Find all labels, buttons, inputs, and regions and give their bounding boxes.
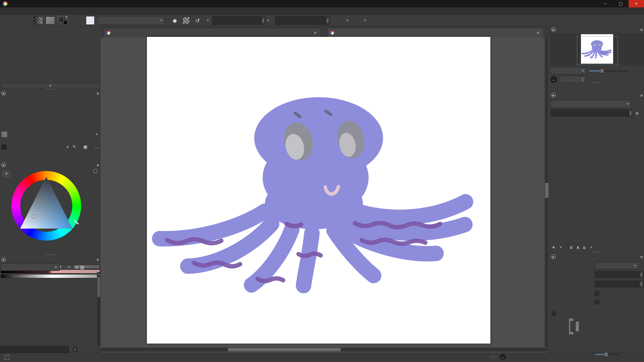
opacity-slider[interactable] [212, 16, 261, 25]
rotation-status-icon[interactable]: ↔ [500, 354, 506, 360]
overview-zoom-slider[interactable] [589, 70, 629, 71]
palette-grid-icon[interactable] [1, 144, 6, 149]
chevron-down-icon[interactable]: ▼ [95, 133, 98, 136]
close-docker-icon[interactable]: × [640, 27, 643, 32]
workspace-chooser-button[interactable] [633, 16, 641, 25]
minimize-button[interactable]: ─ [598, 0, 613, 7]
document-tab-1[interactable]: × [103, 28, 321, 38]
snap-to-assistants-checkbox[interactable] [552, 311, 556, 316]
brush-editor-button[interactable] [86, 16, 95, 25]
scalable-distance-checkbox[interactable] [595, 300, 599, 304]
gradient-chooser[interactable] [34, 16, 43, 24]
filter-in-tag-checkbox[interactable]: ✓ [73, 347, 77, 352]
layer-options-menu-icon[interactable]: ≡ [636, 110, 639, 116]
stroke-ending-spinner[interactable]: ▲▼ [639, 281, 644, 287]
layer-opacity-spinner[interactable]: ▲▼ [628, 109, 633, 117]
selection-indicator-icon[interactable] [5, 355, 9, 360]
status-zoom-slider[interactable] [595, 354, 620, 355]
add-color-button[interactable]: + [66, 144, 69, 149]
octopus-drawing [147, 37, 490, 344]
blending-mode-combo[interactable]: ▼ [98, 16, 165, 25]
lock-docker-icon[interactable] [551, 93, 556, 98]
chevron-down-icon[interactable]: ▼ [346, 19, 349, 22]
trim-canvas-button[interactable] [370, 16, 378, 25]
tag-button[interactable]: ▼ [61, 264, 74, 270]
chevron-down-icon[interactable]: ▼ [559, 246, 562, 249]
lock-docker-icon[interactable] [551, 27, 556, 32]
vertical-scrollbar[interactable] [545, 37, 549, 347]
move-layer-down-button[interactable]: ∨ [569, 244, 573, 250]
close-docker-icon[interactable]: × [96, 163, 99, 167]
close-docker-icon[interactable]: × [96, 257, 99, 262]
distance-spinner[interactable]: ▲▼ [639, 271, 644, 278]
open-document-button[interactable] [12, 16, 21, 25]
canvas[interactable] [147, 37, 490, 344]
mirror-horizontal-button[interactable] [352, 16, 361, 25]
layer-blend-mode-combo[interactable]: ▼ [550, 100, 632, 108]
chevron-down-icon[interactable]: ▼ [267, 19, 270, 22]
left-dock: ▼ •••••• × ▼ + ✎ ▦ … [0, 26, 101, 353]
smooth-pressure-checkbox[interactable] [595, 291, 599, 296]
chevron-down-icon[interactable]: ▼ [364, 19, 367, 22]
status-dimensions[interactable] [490, 356, 496, 358]
tab-close-icon[interactable]: × [535, 30, 541, 36]
brush-settings-button[interactable] [74, 16, 83, 25]
chevron-down-icon: ▼ [634, 264, 637, 267]
brush-smoothing-combo[interactable]: ▼ [595, 262, 639, 269]
color-history-icon[interactable] [93, 169, 98, 173]
lock-docker-icon[interactable] [1, 257, 6, 262]
preserve-alpha-button[interactable] [182, 17, 190, 24]
brush-filter-combo[interactable]: ▼ [1, 263, 60, 271]
splitter-handle[interactable]: •••••• [550, 82, 644, 84]
layer-properties-button[interactable]: ≡ [583, 245, 586, 250]
edit-palette-button[interactable]: ✎ [73, 144, 76, 149]
right-dock: × ▼ ↔ ▲▼ ••• [549, 26, 644, 353]
mirror-vertical-button[interactable] [334, 16, 343, 25]
overview-zoom-combo[interactable]: ▼ [550, 67, 587, 74]
current-color-swatch[interactable] [1, 131, 7, 137]
overview-thumbnail-area[interactable] [550, 34, 644, 66]
palette-view-button[interactable]: ▦ [84, 144, 87, 149]
overview-view-rect[interactable] [577, 36, 618, 65]
pattern-chooser[interactable] [46, 16, 55, 24]
status-bar: ↔ [0, 353, 644, 362]
document-tab-2[interactable]: × [327, 28, 544, 38]
sv-triangle[interactable] [15, 175, 77, 237]
brush-size-slider[interactable] [275, 16, 325, 25]
close-docker-icon[interactable]: × [640, 93, 643, 98]
brush-grid-scrollbar[interactable]: ▲ [97, 272, 101, 345]
eraser-mode-button[interactable]: ◆ [170, 16, 179, 25]
close-button[interactable]: × [629, 0, 644, 7]
maximize-button[interactable]: ▢ [613, 0, 629, 7]
acs-settings-icon[interactable]: ≡ [3, 170, 10, 177]
layer-opacity-slider[interactable] [550, 109, 628, 117]
lock-docker-icon[interactable] [1, 163, 6, 167]
canvas-area: × × [101, 26, 549, 353]
scroll-up-icon[interactable]: ▲ [97, 273, 101, 276]
tool-options-header: × [550, 253, 644, 260]
stroke-ending-slider[interactable] [595, 281, 639, 287]
reload-preset-button[interactable]: ↺ [193, 16, 202, 25]
new-document-button[interactable] [2, 16, 11, 25]
add-layer-button[interactable]: + [552, 244, 555, 251]
brush-size-spinner[interactable]: ▲▼ [325, 16, 330, 24]
brush-search-input[interactable] [0, 346, 69, 353]
list-view-icon[interactable]: ≡ [75, 264, 78, 270]
lock-docker-icon[interactable] [1, 91, 6, 96]
chevron-down-icon[interactable]: ▼ [590, 246, 593, 249]
palette-menu-button[interactable]: … [95, 144, 99, 149]
brush-size-label [275, 16, 325, 24]
horizontal-scrollbar[interactable] [101, 348, 549, 352]
fg-bg-color-chip[interactable]: ⇅ [58, 16, 68, 25]
chevron-down-icon[interactable]: ▼ [206, 19, 209, 22]
opacity-spinner[interactable]: ▲▼ [261, 16, 266, 24]
tab-close-icon[interactable]: × [313, 30, 318, 36]
detail-view-icon[interactable]: ▤ [80, 265, 84, 270]
move-layer-up-button[interactable]: ∧ [576, 244, 580, 250]
close-docker-icon[interactable]: × [640, 255, 643, 259]
lock-docker-icon[interactable] [551, 254, 556, 259]
close-docker-icon[interactable]: × [96, 91, 99, 96]
sv-cursor[interactable] [32, 215, 36, 218]
distance-slider[interactable] [595, 271, 639, 278]
save-button[interactable] [22, 16, 31, 25]
